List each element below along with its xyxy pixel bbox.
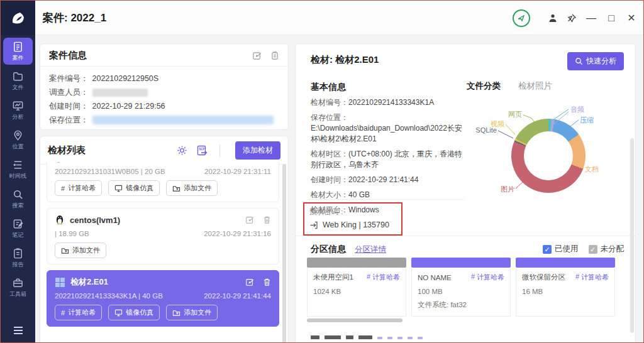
add-file-button[interactable]: 添加文件 bbox=[166, 180, 218, 196]
sidebar-collapse-menu-icon[interactable] bbox=[1, 326, 35, 335]
detail-panel-scrollbar[interactable] bbox=[630, 138, 634, 333]
login-arrow-icon bbox=[309, 221, 318, 229]
checkbox-checked-icon: ✓ bbox=[543, 245, 552, 254]
delete-icon[interactable] bbox=[263, 278, 271, 286]
sidebar-item-label: 笔记 bbox=[13, 231, 24, 239]
prefilled-password-value[interactable]: Web King | 135790 bbox=[309, 220, 396, 229]
tab-evidence-photos[interactable]: 检材照片 bbox=[518, 80, 552, 92]
tab-file-category[interactable]: 文件分类 bbox=[467, 80, 501, 92]
user-icon[interactable] bbox=[548, 13, 558, 23]
partition-detail-link[interactable]: 分区详情 bbox=[355, 244, 386, 255]
edit-case-icon[interactable] bbox=[252, 51, 262, 60]
partition-hash-button[interactable]: #计算哈希 bbox=[575, 273, 609, 282]
partition-size: 1024 KB bbox=[313, 288, 400, 295]
partition-filesystem: 文件系统: fat32 bbox=[418, 300, 504, 310]
evidence-card-3-selected[interactable]: 检材2.E01 20221029214133343K1A | 40 GB 202… bbox=[47, 270, 279, 327]
sidebar-item-report[interactable]: 报告 bbox=[3, 244, 33, 271]
partition-info-title: 分区信息 bbox=[311, 244, 346, 255]
scp-export-icon[interactable]: SCP bbox=[196, 145, 208, 156]
sidebar-item-analysis[interactable]: 分析 bbox=[3, 97, 33, 124]
sidebar-item-files[interactable]: 文件 bbox=[3, 67, 33, 94]
filter-unallocated[interactable]: ✓ 未分配 bbox=[589, 244, 625, 254]
divider bbox=[307, 199, 464, 200]
maximize-button[interactable]: □ bbox=[606, 13, 617, 24]
quick-analysis-button[interactable]: 快速分析 bbox=[567, 52, 624, 70]
case-field-created: 创建时间：2022-10-29 21:29:56 bbox=[49, 99, 279, 113]
sidebar-item-label: 时间线 bbox=[9, 172, 26, 180]
hash-icon: # bbox=[61, 185, 65, 192]
notes-icon bbox=[12, 218, 24, 230]
evidence-list-panel: 检材列表 SCP 添加检材 ? 检材1.e01 bbox=[40, 136, 289, 343]
svg-text:SCP: SCP bbox=[199, 148, 204, 151]
sidebar-item-case[interactable]: 案件 bbox=[3, 38, 33, 65]
clipped-next-section bbox=[311, 332, 537, 339]
partition-size: 100 MB bbox=[418, 288, 504, 295]
slice-label-video: 视频 bbox=[470, 119, 504, 129]
title-bar: 案件: 2022_1 — □ ✕ bbox=[35, 1, 644, 35]
partition-card-unused[interactable]: 未使用空间1 #计算哈希 1024 KB bbox=[307, 258, 406, 317]
partition-bar-purple bbox=[411, 258, 511, 268]
delete-icon[interactable] bbox=[263, 215, 271, 224]
partition-hash-button[interactable]: #计算哈希 bbox=[471, 273, 504, 282]
evidence-card-1[interactable]: ? 检材1.e01 202210292131031W0B05 | 20 GB 2… bbox=[47, 162, 279, 202]
sidebar-item-location[interactable]: 位置 bbox=[3, 126, 33, 153]
slice-label-image: 图片 bbox=[479, 185, 514, 194]
emulate-button[interactable]: 镜像仿真 bbox=[108, 180, 160, 196]
partition-hash-button[interactable]: #计算哈希 bbox=[367, 273, 400, 282]
add-file-button[interactable]: 添加文件 bbox=[166, 305, 218, 320]
monitor-icon bbox=[114, 309, 123, 317]
add-evidence-button[interactable]: 添加检材 bbox=[235, 141, 280, 160]
sidebar-item-label: 搜索 bbox=[13, 202, 24, 210]
edit-icon[interactable] bbox=[245, 215, 254, 224]
slice-label-web: 网页 bbox=[483, 110, 522, 119]
sidebar-item-timeline[interactable]: 时间线 bbox=[3, 156, 33, 183]
copy-case-icon[interactable] bbox=[270, 51, 279, 60]
evidence-time: 2022-10-29 21:41:44 bbox=[204, 292, 271, 300]
safety-badge-icon[interactable] bbox=[513, 9, 530, 27]
field-timezone: 检材时区：(UTC+08:00) 北京，重庆，香港特别行政区，乌鲁木齐 bbox=[311, 149, 469, 170]
edit-icon[interactable] bbox=[245, 278, 254, 286]
evidence-name: 检材2.E01 bbox=[70, 276, 108, 288]
pin-icon[interactable] bbox=[567, 13, 577, 23]
calc-hash-button[interactable]: #计算哈希 bbox=[55, 180, 102, 196]
sidebar-item-label: 工具箱 bbox=[9, 290, 26, 298]
add-file-button[interactable]: 添加文件 bbox=[55, 242, 106, 258]
filter-used[interactable]: ✓ 已使用 bbox=[543, 244, 579, 254]
close-button[interactable]: ✕ bbox=[626, 12, 637, 24]
slice-label-document: 文档 bbox=[585, 165, 599, 174]
partition-card-noname[interactable]: NO NAME #计算哈希 100 MB 文件系统: fat32 bbox=[411, 258, 511, 317]
sidebar-item-search[interactable]: 搜索 bbox=[3, 185, 33, 212]
disk-image-icon: ? bbox=[55, 162, 67, 163]
file-category-chart: 网页 音频 压缩 文档 图片 SQLite 视频 bbox=[458, 99, 634, 222]
divider bbox=[219, 144, 220, 157]
partition-horizontal-scrollbar[interactable] bbox=[307, 318, 602, 322]
minimize-button[interactable]: — bbox=[586, 13, 597, 24]
sidebar-item-label: 报告 bbox=[13, 261, 24, 269]
app-logo-icon bbox=[1, 1, 35, 35]
prefilled-password-label: 预填密码： bbox=[309, 207, 396, 217]
checkbox-checked-icon: ✓ bbox=[589, 245, 597, 254]
partition-filters: ✓ 已使用 ✓ 未分配 bbox=[543, 244, 624, 254]
report-icon bbox=[12, 248, 24, 259]
calc-hash-button[interactable]: #计算哈希 bbox=[55, 305, 102, 320]
evidence-list-scrollbar[interactable] bbox=[282, 164, 286, 343]
sidebar-item-notes[interactable]: 笔记 bbox=[3, 215, 33, 242]
sidebar-item-toolbox[interactable]: 工具箱 bbox=[3, 274, 33, 301]
folder-plus-icon bbox=[172, 309, 180, 317]
basic-info-title: 基本信息 bbox=[311, 82, 346, 93]
detail-title: 检材: 检材2.E01 bbox=[311, 54, 379, 66]
scrollbar-thumb[interactable] bbox=[307, 318, 402, 322]
partition-card-msr[interactable]: 微软保留分区 #计算哈希 16 MB bbox=[516, 258, 615, 317]
prefilled-password-highlight-box: 预填密码： Web King | 135790 bbox=[303, 202, 402, 236]
evidence-detail-panel: 检材: 检材2.E01 快速分析 基本信息 检材编号：2022102921413… bbox=[295, 43, 636, 343]
emulate-button[interactable]: 镜像仿真 bbox=[108, 305, 160, 320]
settings-gear-icon[interactable] bbox=[177, 145, 187, 156]
evidence-card-2[interactable]: centos(lvm1) | 18.99 GB 2022-10-29 21:31… bbox=[47, 208, 279, 264]
sidebar-item-label: 分析 bbox=[13, 113, 24, 121]
linux-penguin-icon bbox=[55, 214, 65, 226]
partition-size: 16 MB bbox=[522, 288, 609, 295]
case-info-title: 案件信息 bbox=[49, 50, 87, 62]
field-created-time: 创建时间：2022-10-29 21:41:44 bbox=[311, 175, 469, 185]
evidence-time: 2022-10-29 21:31:11 bbox=[204, 168, 271, 175]
location-icon bbox=[12, 129, 24, 141]
